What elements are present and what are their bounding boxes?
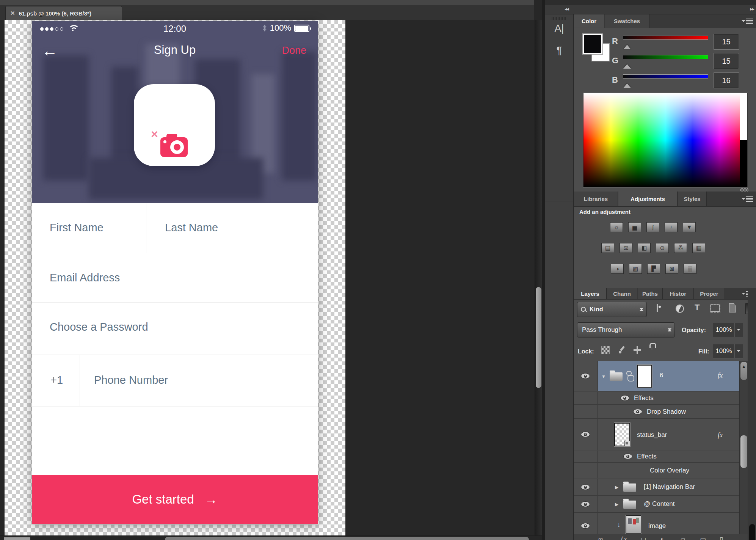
layer-row-color-overlay[interactable]: Color Overlay	[574, 463, 739, 478]
visibility-eye-icon[interactable]	[633, 409, 642, 414]
brightness-contrast-icon[interactable]: ☼	[610, 222, 623, 232]
tab-paths[interactable]: Paths	[638, 288, 663, 299]
get-started-button[interactable]: Get started →	[32, 475, 318, 524]
layer-row-content[interactable]: ▶ @ Content	[574, 496, 739, 513]
color-panel-menu-icon[interactable]	[742, 18, 753, 24]
tab-history[interactable]: Histor	[663, 288, 693, 299]
phone-field[interactable]: Phone Number	[94, 374, 168, 386]
black-white-icon[interactable]: ◧	[638, 243, 651, 253]
channel-g-slider[interactable]	[623, 55, 708, 59]
channel-mixer-icon[interactable]: ⁂	[674, 243, 687, 253]
email-field[interactable]: Email Address	[50, 272, 120, 284]
visibility-eye-icon[interactable]	[623, 454, 632, 459]
country-code-field[interactable]: +1	[50, 374, 63, 386]
canvas-horizontal-scroll-thumb[interactable]	[165, 537, 529, 540]
canvas-vertical-scrollbar[interactable]	[535, 20, 542, 535]
channel-r-slider-thumb[interactable]	[623, 41, 631, 49]
filter-adjustment-layers-icon[interactable]	[676, 305, 684, 313]
channel-g-value[interactable]: 15	[714, 53, 739, 69]
channel-b-value[interactable]: 16	[714, 73, 739, 88]
layer-row-image[interactable]: ↓ image	[574, 513, 739, 535]
filter-type-layers-icon[interactable]: T	[695, 303, 700, 312]
tab-libraries[interactable]: Libraries	[574, 192, 618, 206]
panel-resize-grip[interactable]	[740, 188, 748, 192]
opacity-value-dropdown[interactable]: 100%	[713, 323, 743, 337]
layer-thumbnail[interactable]	[614, 423, 630, 446]
blend-mode-dropdown[interactable]: Pass Through	[577, 322, 675, 338]
layer-name[interactable]: @ Content	[644, 500, 675, 508]
threshold-icon[interactable]: ▛	[647, 264, 660, 274]
color-spectrum-picker[interactable]	[583, 93, 748, 187]
vibrance-icon[interactable]: ▼	[683, 222, 696, 232]
add-photo-card[interactable]: ✕	[134, 84, 215, 166]
layer-row-effects[interactable]: Effects	[574, 451, 739, 463]
layer-name[interactable]: 6	[660, 372, 663, 379]
selective-color-icon[interactable]: ⊠	[665, 264, 678, 274]
tab-properties[interactable]: Proper	[694, 288, 725, 299]
layer-filter-kind-dropdown[interactable]: Kind	[577, 302, 647, 317]
new-adjustment-layer-icon[interactable]: ◐	[660, 535, 664, 540]
channel-b-slider-thumb[interactable]	[623, 80, 631, 88]
fill-value-dropdown[interactable]: 100%	[713, 344, 743, 358]
canvas-transparency-area[interactable]: 12:00 100% ← Sign Up Done ✕	[5, 20, 345, 535]
layer-row-effects[interactable]: Effects	[574, 392, 739, 405]
posterize-icon[interactable]: ▨	[629, 264, 642, 274]
lock-transparency-icon[interactable]	[601, 346, 610, 354]
layer-thumbnail[interactable]	[626, 515, 642, 534]
tab-styles[interactable]: Styles	[678, 192, 707, 206]
channel-b-slider[interactable]	[623, 74, 708, 78]
layers-scroll-thumb[interactable]	[740, 435, 747, 468]
layer-name[interactable]: image	[648, 522, 666, 530]
dock-scroll-thumb[interactable]	[749, 524, 755, 540]
layer-row-navigation-bar[interactable]: ▶ [1] Navigation Bar	[574, 479, 739, 496]
new-group-icon[interactable]: ▱	[680, 535, 685, 540]
new-layer-icon[interactable]: ▭	[700, 535, 706, 540]
panel-grip[interactable]	[552, 17, 567, 20]
paragraph-panel-icon[interactable]: ¶	[545, 45, 574, 57]
gradient-map-icon[interactable]: ▒	[684, 264, 696, 274]
visibility-eye-icon[interactable]	[581, 432, 590, 437]
collapse-dock-icon[interactable]: ▶▶	[750, 7, 754, 11]
layer-thumbnail[interactable]	[637, 365, 652, 388]
character-panel-icon[interactable]: A|	[545, 23, 574, 35]
hue-saturation-icon[interactable]: ▤	[601, 243, 614, 253]
visibility-eye-icon[interactable]	[581, 373, 590, 379]
visibility-eye-icon[interactable]	[581, 501, 590, 507]
expand-group-icon[interactable]: ▶	[615, 502, 618, 507]
color-lookup-icon[interactable]: ▦	[692, 243, 705, 253]
exposure-icon[interactable]: ±	[665, 222, 678, 232]
fx-badge[interactable]: fx	[718, 372, 723, 380]
levels-icon[interactable]: ▅	[628, 222, 641, 232]
filter-shape-layers-icon[interactable]	[711, 305, 720, 312]
invert-icon[interactable]: ◑	[611, 264, 624, 274]
tab-swatches[interactable]: Swatches	[605, 14, 649, 28]
tab-layers[interactable]: Layers	[574, 288, 607, 299]
channel-g-slider-thumb[interactable]	[623, 60, 631, 69]
filter-smart-objects-icon[interactable]	[729, 303, 736, 312]
canvas-horizontal-scrollbar[interactable]	[0, 535, 542, 540]
expand-group-icon[interactable]: ▶	[615, 485, 618, 490]
dock-scrollbar[interactable]	[748, 288, 756, 540]
delete-layer-icon[interactable]: ▯	[720, 535, 723, 540]
layers-list-scrollbar[interactable]: ▲	[739, 361, 748, 535]
layer-row-status-bar[interactable]: status_bar fx	[574, 419, 739, 450]
channel-r-slider[interactable]	[623, 36, 708, 40]
filter-pixel-layers-icon[interactable]	[657, 304, 658, 312]
canvas-vertical-scroll-thumb[interactable]	[536, 287, 541, 388]
password-field[interactable]: Choose a Password	[50, 321, 148, 333]
layer-row-drop-shadow[interactable]: Drop Shadow	[574, 405, 739, 419]
visibility-eye-icon[interactable]	[581, 484, 590, 490]
curves-icon[interactable]: ∫	[646, 222, 659, 232]
photo-filter-icon[interactable]: ⊙	[656, 243, 669, 253]
channel-r-value[interactable]: 15	[714, 34, 739, 49]
layer-name[interactable]: status_bar	[637, 431, 667, 439]
visibility-eye-icon[interactable]	[581, 523, 590, 529]
tab-channels[interactable]: Chann	[607, 288, 637, 299]
add-layer-style-icon[interactable]: ƒx	[620, 535, 627, 540]
document-tab[interactable]: ✕ 61.psb @ 100% (6, RGB/8*)	[5, 6, 122, 20]
add-layer-mask-icon[interactable]: ◻	[641, 535, 646, 540]
tab-adjustments[interactable]: Adjustments	[618, 192, 678, 206]
collapse-icon-column-icon[interactable]: ◀◀	[565, 7, 568, 11]
link-layers-icon[interactable]: ∞	[598, 535, 603, 540]
layer-name[interactable]: [1] Navigation Bar	[644, 483, 695, 491]
